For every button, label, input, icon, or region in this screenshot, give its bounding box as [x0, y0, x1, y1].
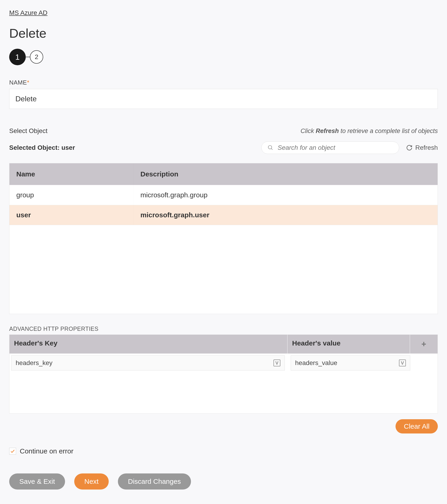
advanced-http-label: ADVANCED HTTP PROPERTIES: [9, 325, 438, 332]
object-table-header: Name Description: [9, 163, 438, 185]
search-icon: [267, 145, 274, 151]
name-input[interactable]: [9, 89, 438, 109]
variable-icon[interactable]: V: [399, 360, 406, 366]
row-name: group: [9, 185, 133, 205]
row-desc: microsoft.graph.group: [133, 185, 438, 205]
name-label: NAME*: [9, 79, 438, 86]
step-connector: [26, 57, 30, 57]
refresh-icon: [406, 144, 412, 151]
wizard-stepper: 1 2: [9, 49, 438, 65]
col-header-value: Header's value: [287, 335, 410, 354]
search-input-wrapper[interactable]: [261, 142, 399, 154]
col-header-key: Header's Key: [9, 335, 287, 354]
object-table: Name Description group microsoft.graph.g…: [9, 163, 438, 314]
row-desc: microsoft.graph.user: [133, 205, 438, 225]
continue-on-error-label: Continue on error: [20, 447, 73, 455]
headers-table: Header's Key Header's value + headers_ke…: [9, 334, 438, 414]
variable-icon[interactable]: V: [274, 360, 280, 366]
svg-line-1: [271, 148, 272, 149]
header-value-input[interactable]: headers_value V: [291, 355, 410, 371]
page-title: Delete: [9, 26, 438, 41]
plus-icon: +: [421, 339, 426, 349]
save-exit-button[interactable]: Save & Exit: [9, 473, 65, 489]
clear-all-button[interactable]: Clear All: [395, 419, 438, 433]
continue-on-error-checkbox[interactable]: [9, 448, 16, 455]
check-icon: [10, 449, 15, 454]
next-button[interactable]: Next: [74, 473, 109, 489]
headers-row: headers_key V headers_value V: [9, 354, 438, 372]
breadcrumb-link[interactable]: MS Azure AD: [9, 9, 48, 17]
header-key-input[interactable]: headers_key V: [11, 355, 285, 371]
refresh-hint: Click Refresh to retrieve a complete lis…: [301, 127, 438, 135]
footer-actions: Save & Exit Next Discard Changes: [9, 473, 438, 489]
select-object-label: Select Object: [9, 127, 48, 135]
table-row[interactable]: user microsoft.graph.user: [9, 205, 438, 225]
step-2[interactable]: 2: [30, 50, 43, 64]
required-star-icon: *: [27, 79, 29, 86]
add-header-button[interactable]: +: [410, 335, 438, 354]
table-row[interactable]: group microsoft.graph.group: [9, 185, 438, 205]
svg-point-0: [268, 145, 272, 149]
col-header-desc: Description: [133, 163, 438, 185]
col-header-name: Name: [9, 163, 133, 185]
search-input[interactable]: [278, 144, 393, 151]
row-name: user: [9, 205, 133, 225]
refresh-button[interactable]: Refresh: [406, 144, 438, 151]
discard-button[interactable]: Discard Changes: [118, 473, 191, 489]
step-1[interactable]: 1: [9, 49, 26, 65]
selected-object-label: Selected Object: user: [9, 144, 75, 151]
